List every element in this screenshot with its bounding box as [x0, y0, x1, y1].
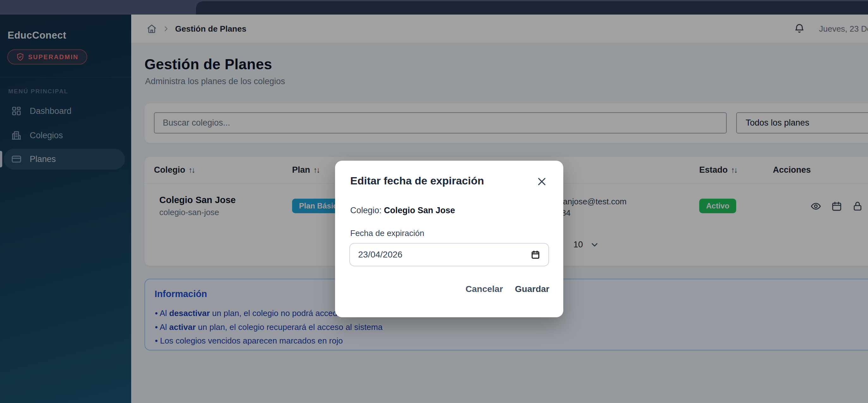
expiration-date-input[interactable] [358, 250, 531, 260]
colegio-label: Colegio: [350, 206, 381, 215]
colegio-value: Colegio San Jose [384, 206, 455, 215]
close-icon [536, 176, 547, 187]
app-root: EducConect SUPERADMIN MENÚ PRINCIPAL Das… [0, 0, 868, 403]
date-picker-calendar-icon[interactable] [531, 250, 540, 259]
modal-actions: Cancelar Guardar [466, 284, 549, 294]
edit-expiration-modal: Editar fecha de expiración Colegio: Cole… [335, 161, 563, 317]
close-button[interactable] [535, 175, 548, 188]
browser-top-strip [0, 0, 868, 15]
modal-colegio-line: Colegio: Colegio San Jose [350, 206, 455, 215]
save-button[interactable]: Guardar [515, 284, 549, 294]
expiration-date-field[interactable] [349, 243, 549, 266]
date-field-label: Fecha de expiración [350, 228, 424, 238]
browser-tab-shape [196, 1, 868, 15]
cancel-button[interactable]: Cancelar [466, 284, 503, 294]
modal-title: Editar fecha de expiración [350, 175, 484, 187]
